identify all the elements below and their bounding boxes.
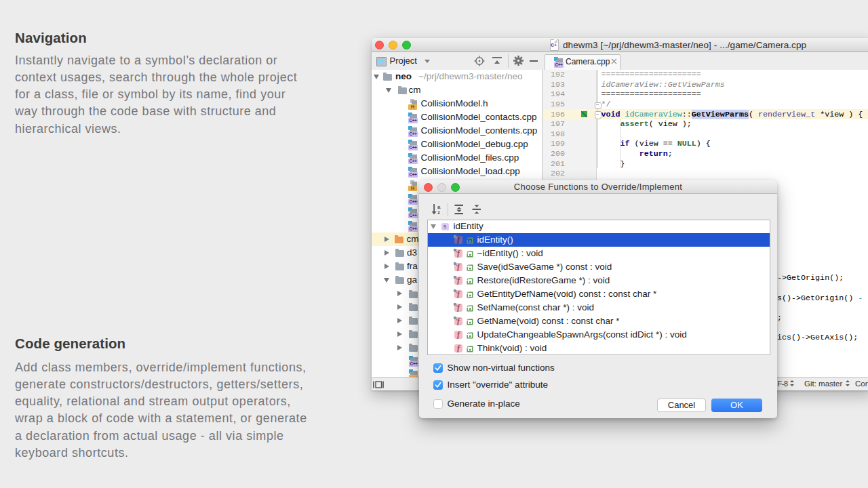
svg-text:z: z [437,209,440,215]
